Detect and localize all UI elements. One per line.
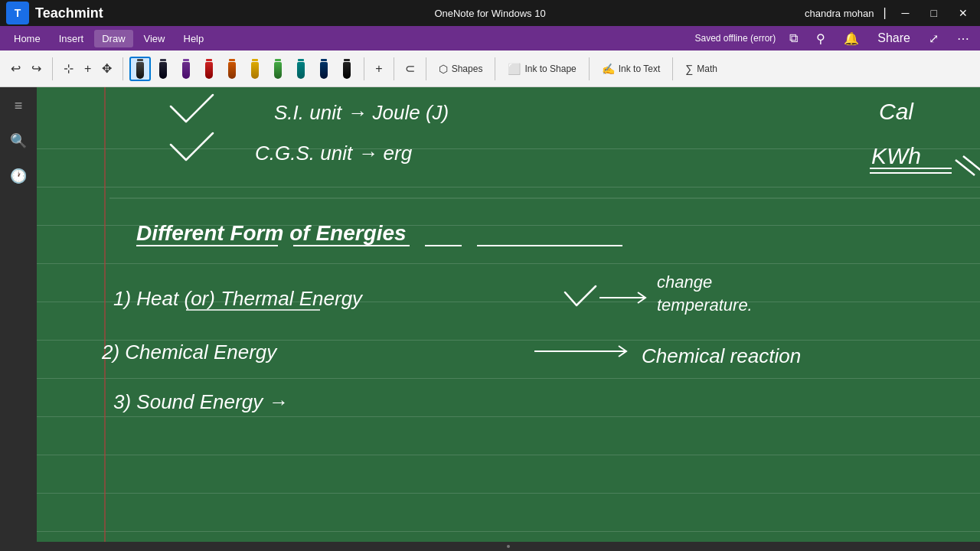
pen-tools-group: [129, 57, 358, 81]
ink-to-shape-button[interactable]: ⬜ Ink to Shape: [501, 60, 582, 78]
ink-to-text-icon: ✍: [602, 63, 615, 75]
si-unit-text: S.I. unit → Joule (J): [274, 101, 449, 124]
sep2: [122, 57, 123, 80]
select-button[interactable]: ⊹: [59, 58, 78, 79]
select-tools-group: ⊹ + ✥: [59, 58, 116, 79]
pen-red-button[interactable]: [198, 57, 220, 81]
plus-pen-button[interactable]: +: [371, 59, 387, 79]
expand-icon[interactable]: ⤢: [924, 30, 943, 47]
bottom-dot: [507, 545, 510, 548]
sidebar-menu-icon[interactable]: ≡: [10, 93, 28, 119]
pen-teal-button[interactable]: [290, 57, 312, 81]
move-icon: ✥: [102, 61, 112, 76]
sep8: [672, 57, 673, 80]
lasso-button[interactable]: ⊂: [400, 58, 420, 79]
add-button[interactable]: +: [80, 59, 96, 79]
titlebar-left: T Teachmint: [6, 2, 103, 24]
copy-icon[interactable]: ⧉: [785, 30, 802, 47]
sidebar: ≡ 🔍 🕐: [0, 87, 37, 551]
menubar-right: Saved offline (error) ⧉ ⚲ 🔔 Share ⤢ ⋯: [694, 30, 974, 47]
change-text: change: [657, 272, 712, 292]
pen-yellow-button[interactable]: [244, 57, 266, 81]
math-icon: ∑: [685, 63, 693, 75]
sep7: [589, 57, 590, 80]
chemical-reaction-text: Chemical reaction: [642, 344, 801, 367]
menu-home[interactable]: Home: [6, 30, 48, 47]
maximize-button[interactable]: □: [925, 4, 943, 22]
ink-to-text-label: Ink to Text: [619, 64, 660, 74]
shapes-icon: ⬡: [439, 63, 448, 75]
math-label: Math: [697, 64, 717, 74]
user-name: chandra mohan: [805, 8, 874, 19]
move-button[interactable]: ✥: [97, 58, 116, 79]
app-logo: T: [6, 2, 29, 24]
pen-darkblue-button[interactable]: [152, 57, 174, 81]
shapes-button[interactable]: ⬡ Shapes: [433, 60, 489, 78]
undo-button[interactable]: ↩: [6, 58, 25, 79]
handwriting-content: S.I. unit → Joule (J) C.G.S. unit → erg …: [37, 87, 980, 551]
minimize-button[interactable]: ─: [896, 4, 916, 22]
undo-icon: ↩: [11, 61, 21, 76]
more-icon[interactable]: ⋯: [952, 30, 974, 47]
separator: |: [883, 6, 886, 20]
redo-icon: ↪: [31, 61, 41, 76]
toolbar: ↩ ↪ ⊹ + ✥: [0, 51, 980, 87]
ink-to-shape-icon: ⬜: [508, 63, 521, 75]
pen-green-button[interactable]: [267, 57, 289, 81]
add-icon: +: [84, 62, 91, 76]
cal-text: Cal: [879, 99, 914, 124]
temperature-text: temperature.: [657, 295, 753, 315]
ink-to-shape-label: Ink to Shape: [524, 64, 576, 74]
status-text: Saved offline (error): [694, 33, 776, 44]
redo-button[interactable]: ↪: [27, 58, 46, 79]
kwh-text: KWh: [871, 143, 921, 168]
window-title: OneNote for Windows 10: [434, 8, 545, 19]
sidebar-history-icon[interactable]: 🕐: [5, 163, 31, 189]
share-button[interactable]: Share: [873, 30, 915, 47]
menu-help[interactable]: Help: [176, 30, 212, 47]
canvas-area[interactable]: S.I. unit → Joule (J) C.G.S. unit → erg …: [37, 87, 980, 551]
menu-bar: Home Insert Draw View Help Saved offline…: [0, 26, 980, 51]
heading-text: Different Form of Energies: [136, 221, 407, 245]
undo-redo-group: ↩ ↪: [6, 58, 46, 79]
pen-black2-button[interactable]: [336, 57, 358, 81]
brand-name: Teachmint: [35, 5, 103, 21]
close-button[interactable]: ✕: [952, 4, 974, 22]
item3-text: 3) Sound Energy →: [113, 390, 288, 413]
sep1: [52, 57, 53, 80]
main-area: ≡ 🔍 🕐: [0, 87, 980, 551]
item2-text: 2) Chemical Energy: [101, 341, 278, 364]
bottom-bar: [37, 542, 980, 551]
math-button[interactable]: ∑ Math: [679, 60, 724, 78]
lasso-icon: ⊂: [405, 61, 415, 76]
pen-orange-button[interactable]: [221, 57, 243, 81]
sep6: [495, 57, 495, 80]
titlebar-right: chandra mohan | ─ □ ✕: [805, 4, 974, 22]
menu-draw[interactable]: Draw: [94, 30, 132, 47]
search-icon[interactable]: ⚲: [812, 30, 830, 47]
item1-text: 1) Heat (or) Thermal Energy: [113, 287, 364, 310]
checkmark1: [171, 95, 213, 122]
sep4: [394, 57, 394, 80]
bell-icon[interactable]: 🔔: [839, 30, 864, 47]
sidebar-search-icon[interactable]: 🔍: [5, 128, 31, 154]
cgs-unit-text: C.G.S. unit → erg: [255, 142, 413, 165]
plus-icon: +: [375, 62, 382, 76]
pen-purple-button[interactable]: [175, 57, 197, 81]
ink-to-text-button[interactable]: ✍ Ink to Text: [596, 60, 666, 78]
pen-navy-button[interactable]: [313, 57, 335, 81]
sep5: [426, 57, 426, 80]
sep3: [364, 57, 364, 80]
handwriting-svg: S.I. unit → Joule (J) C.G.S. unit → erg …: [37, 87, 980, 551]
menu-view[interactable]: View: [136, 30, 173, 47]
shapes-label: Shapes: [452, 64, 483, 74]
checkmark2: [171, 133, 213, 160]
menu-insert[interactable]: Insert: [51, 30, 92, 47]
title-bar: T Teachmint OneNote for Windows 10 chand…: [0, 0, 980, 26]
select-icon: ⊹: [64, 61, 74, 76]
svg-text:T: T: [15, 7, 21, 19]
pen-black-button[interactable]: [129, 57, 151, 81]
